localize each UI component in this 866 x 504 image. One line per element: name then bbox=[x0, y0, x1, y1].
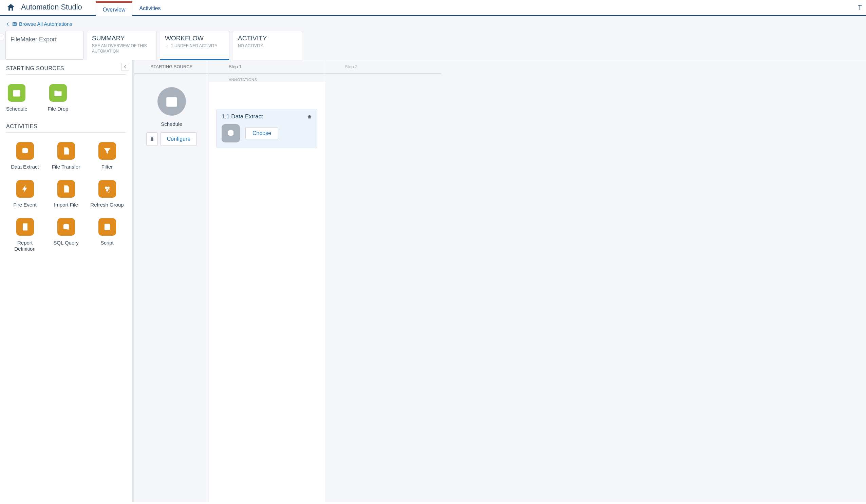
tab-activities[interactable]: Activities bbox=[132, 1, 167, 15]
trash-icon bbox=[149, 136, 155, 142]
delete-activity-button[interactable] bbox=[307, 114, 312, 119]
panel-summary-title: SUMMARY bbox=[92, 35, 151, 42]
starting-source-block: Schedule Configure bbox=[134, 74, 209, 502]
data-extract-icon bbox=[16, 142, 34, 160]
annotations-label: ANNOTATIONS bbox=[209, 74, 325, 82]
col-step-2[interactable]: Step 2 bbox=[325, 60, 441, 502]
activity-refresh-group[interactable]: Refresh Group bbox=[88, 180, 126, 208]
import-file-icon bbox=[57, 180, 75, 198]
panel-activity-title: ACTIVITY bbox=[238, 35, 297, 42]
panel-workflow[interactable]: WORKFLOW 1 UNDEFINED ACTIVITY bbox=[160, 31, 230, 60]
activity-sql-query[interactable]: SQL Query bbox=[47, 218, 85, 252]
activity-import-file[interactable]: Import File bbox=[47, 180, 85, 208]
add-tab-button[interactable]: + bbox=[0, 34, 4, 40]
subheader: Browse All Automations + FileMaker Expor… bbox=[0, 16, 866, 60]
bolt-icon bbox=[16, 180, 34, 198]
refresh-group-icon bbox=[98, 180, 116, 198]
workflow-canvas: STARTING SOURCE Schedule Configure Step … bbox=[134, 60, 866, 502]
activity-filter[interactable]: Filter bbox=[88, 142, 126, 170]
palette-sidebar: STARTING SOURCES Schedule File Drop ACTI… bbox=[0, 60, 134, 502]
schedule-circle-icon bbox=[157, 87, 186, 116]
step1-activity-card[interactable]: 1.1 Data Extract Choose bbox=[216, 109, 317, 148]
chevron-left-icon bbox=[123, 65, 127, 69]
list-icon bbox=[12, 22, 17, 26]
filter-icon bbox=[98, 142, 116, 160]
sources-heading: STARTING SOURCES bbox=[6, 66, 126, 75]
activities-heading: ACTIVITIES bbox=[6, 123, 126, 133]
choose-activity-button[interactable]: Choose bbox=[245, 127, 278, 139]
activity-title: 1.1 Data Extract bbox=[222, 113, 263, 120]
panel-summary-sub: SEE AN OVERVIEW OF THIS AUTOMATION bbox=[92, 43, 151, 54]
activity-data-extract[interactable]: Data Extract bbox=[6, 142, 44, 170]
panel-workflow-sub: 1 UNDEFINED ACTIVITY bbox=[171, 43, 218, 49]
calendar-icon bbox=[8, 84, 25, 102]
script-icon bbox=[98, 218, 116, 236]
main-area: STARTING SOURCES Schedule File Drop ACTI… bbox=[0, 60, 866, 502]
col-header-start: STARTING SOURCE bbox=[134, 60, 209, 74]
activity-fire-event[interactable]: Fire Event bbox=[6, 180, 44, 208]
top-nav: Automation Studio Overview Activities T bbox=[0, 0, 866, 16]
activity-file-transfer[interactable]: File Transfer bbox=[47, 142, 85, 170]
starting-source-label: Schedule bbox=[134, 121, 209, 127]
check-icon bbox=[165, 44, 169, 48]
panel-summary[interactable]: SUMMARY SEE AN OVERVIEW OF THIS AUTOMATI… bbox=[87, 31, 156, 60]
report-icon bbox=[16, 218, 34, 236]
breadcrumb[interactable]: Browse All Automations bbox=[0, 20, 866, 31]
source-schedule[interactable]: Schedule bbox=[6, 84, 27, 112]
activity-script[interactable]: Script bbox=[88, 218, 126, 252]
app-title: Automation Studio bbox=[21, 3, 82, 12]
col-starting-source: STARTING SOURCE Schedule Configure bbox=[134, 60, 209, 502]
automation-name-input[interactable]: FileMaker Export bbox=[5, 31, 84, 60]
file-transfer-icon bbox=[57, 142, 75, 160]
sources-grid: Schedule File Drop bbox=[6, 84, 126, 112]
collapse-sidebar-button[interactable] bbox=[121, 63, 129, 71]
panel-activity-sub: NO ACTIVITY. bbox=[238, 43, 297, 49]
col-header-step1: Step 1 bbox=[209, 60, 325, 74]
panel-workflow-title: WORKFLOW bbox=[165, 35, 224, 42]
folder-down-icon bbox=[49, 84, 67, 102]
activity-report-definition[interactable]: Report Definition bbox=[6, 218, 44, 252]
activities-grid: Data Extract File Transfer Filter Fire E… bbox=[6, 142, 126, 252]
truncated-text: T bbox=[858, 4, 862, 12]
data-extract-icon bbox=[222, 124, 240, 143]
source-file-drop[interactable]: File Drop bbox=[48, 84, 68, 112]
delete-source-button[interactable] bbox=[146, 132, 158, 146]
panel-activity[interactable]: ACTIVITY NO ACTIVITY. bbox=[233, 31, 302, 60]
sql-icon bbox=[57, 218, 75, 236]
tab-overview[interactable]: Overview bbox=[96, 1, 133, 16]
home-icon[interactable] bbox=[6, 3, 15, 12]
chevron-left-icon bbox=[5, 22, 10, 26]
panel-cards-row: FileMaker Export SUMMARY SEE AN OVERVIEW… bbox=[0, 31, 866, 60]
col-step-1: Step 1 ANNOTATIONS 1.1 Data Extract Choo… bbox=[209, 60, 325, 502]
configure-source-button[interactable]: Configure bbox=[160, 132, 197, 146]
breadcrumb-label: Browse All Automations bbox=[19, 21, 72, 27]
col-header-step2: Step 2 bbox=[325, 60, 441, 74]
